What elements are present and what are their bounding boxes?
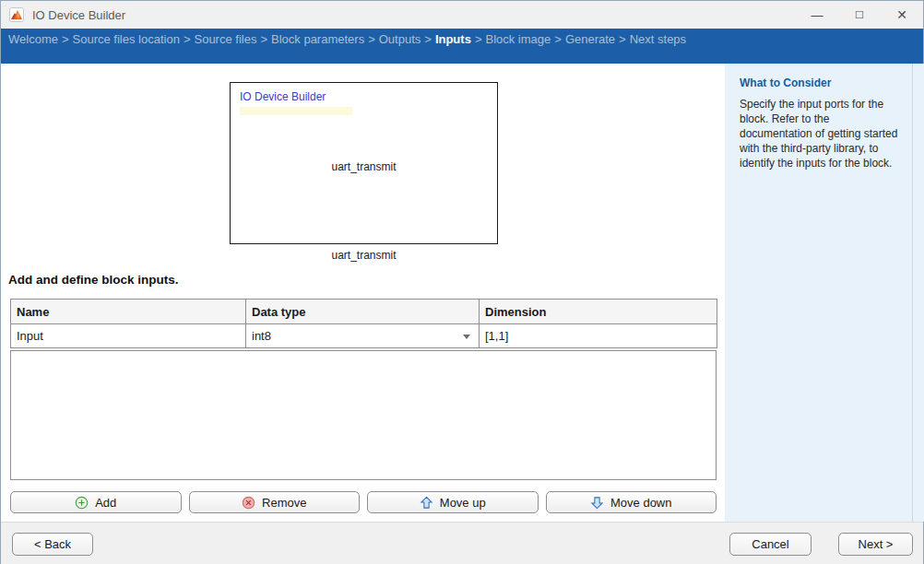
breadcrumb-separator: > — [471, 32, 486, 46]
column-header-dimension: Dimension — [480, 300, 717, 324]
breadcrumb-step-source-files-location[interactable]: Source files location — [73, 32, 180, 46]
remove-button-label: Remove — [262, 496, 306, 510]
arrow-up-icon — [420, 496, 433, 510]
breadcrumb-step-generate[interactable]: Generate — [565, 32, 615, 46]
breadcrumb-step-inputs-active[interactable]: Inputs — [435, 32, 471, 46]
breadcrumb-step-welcome[interactable]: Welcome — [8, 32, 58, 46]
plus-circle-icon — [75, 496, 89, 510]
add-button[interactable]: Add — [10, 491, 182, 513]
input-data-type-value: int8 — [252, 329, 271, 343]
block-preview: IO Device Builder uart_transmit — [230, 82, 498, 244]
block-preview-name: uart_transmit — [231, 160, 497, 173]
chevron-down-icon[interactable] — [463, 335, 470, 339]
move-down-button[interactable]: Move down — [546, 491, 717, 513]
back-button[interactable]: < Back — [12, 533, 93, 556]
input-dimension-cell[interactable]: [1,1] — [480, 324, 717, 348]
sidebar-scrollbar[interactable] — [912, 64, 913, 522]
cross-circle-icon — [242, 496, 255, 510]
sidebar-heading: What to Consider — [740, 76, 901, 89]
breadcrumb-step-next-steps[interactable]: Next steps — [630, 32, 686, 46]
block-preview-title: IO Device Builder — [240, 90, 326, 103]
block-preview-watermark — [240, 107, 352, 115]
input-data-type-cell[interactable]: int8 — [246, 324, 480, 348]
window-controls: — ☐ ✕ — [796, 1, 923, 29]
cancel-button[interactable]: Cancel — [729, 533, 811, 556]
io-device-builder-window: IO Device Builder — ☐ ✕ Welcome>Source f… — [0, 0, 924, 564]
breadcrumb-separator: > — [551, 32, 565, 46]
breadcrumb-separator: > — [421, 32, 435, 46]
minimize-icon[interactable]: — — [796, 1, 838, 29]
breadcrumb-step-source-files[interactable]: Source files — [194, 32, 256, 46]
breadcrumb-separator: > — [58, 32, 73, 46]
breadcrumb-step-outputs[interactable]: Outputs — [379, 32, 421, 46]
move-up-button[interactable]: Move up — [367, 491, 539, 513]
footer-bar: < Back Cancel Next > — [1, 522, 923, 564]
close-icon[interactable]: ✕ — [881, 1, 923, 29]
matlab-logo-icon — [9, 7, 24, 22]
breadcrumb: Welcome>Source files location>Source fil… — [1, 29, 923, 64]
breadcrumb-separator: > — [256, 32, 271, 46]
column-header-data-type: Data type — [246, 300, 480, 324]
table-button-row: Add Remove Move up Move down — [10, 491, 717, 513]
remove-button[interactable]: Remove — [189, 491, 361, 513]
inputs-table: Name Data type Dimension Input int8 [1,1… — [10, 299, 717, 348]
inputs-table-header-row: Name Data type Dimension — [11, 300, 717, 324]
input-name-cell[interactable]: Input — [11, 324, 246, 348]
breadcrumb-separator: > — [615, 32, 630, 46]
breadcrumb-separator: > — [180, 32, 195, 46]
arrow-down-icon — [590, 496, 604, 510]
breadcrumb-step-block-parameters[interactable]: Block parameters — [271, 32, 364, 46]
move-down-button-label: Move down — [610, 496, 671, 510]
add-button-label: Add — [95, 496, 116, 510]
main-content: IO Device Builder uart_transmit uart_tra… — [1, 64, 725, 522]
inputs-table-empty-area — [10, 350, 717, 480]
titlebar: IO Device Builder — ☐ ✕ — [1, 1, 923, 29]
maximize-icon[interactable]: ☐ — [838, 1, 881, 29]
move-up-button-label: Move up — [440, 496, 486, 510]
next-button[interactable]: Next > — [838, 533, 913, 556]
table-row: Input int8 [1,1] — [11, 324, 717, 348]
column-header-name: Name — [11, 300, 246, 324]
sidebar-body-text: Specify the input ports for the block. R… — [740, 97, 901, 170]
inputs-instruction: Add and define block inputs. — [8, 273, 179, 287]
what-to-consider-panel: What to Consider Specify the input ports… — [725, 64, 924, 522]
window-title: IO Device Builder — [32, 8, 796, 22]
breadcrumb-separator: > — [364, 32, 379, 46]
breadcrumb-step-block-image[interactable]: Block image — [485, 32, 551, 46]
block-preview-caption: uart_transmit — [230, 249, 498, 262]
